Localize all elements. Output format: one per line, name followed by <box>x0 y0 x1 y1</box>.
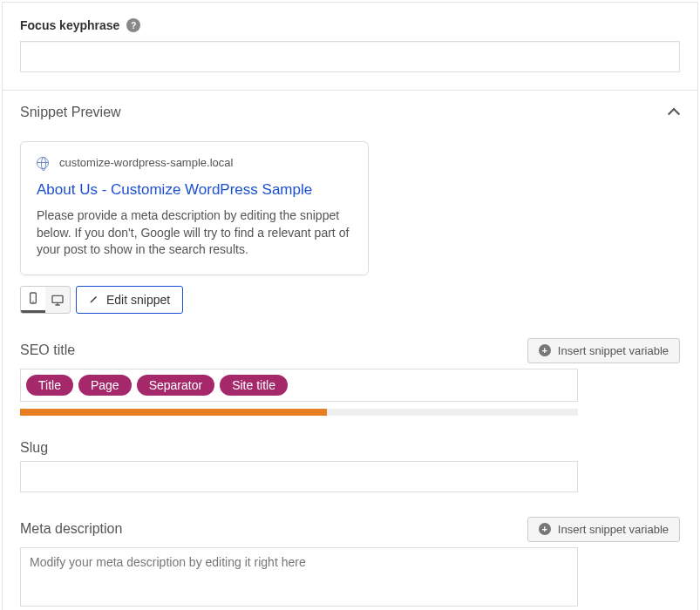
seo-title-progress-fill <box>20 409 327 416</box>
edit-snippet-label: Edit snippet <box>106 293 170 307</box>
seo-title-field: SEO title + Insert snippet variable Titl… <box>20 338 680 416</box>
seo-title-progress <box>20 409 578 416</box>
chevron-up-icon <box>669 107 680 118</box>
mobile-preview-button[interactable] <box>21 287 45 313</box>
meta-description-label: Meta description <box>20 521 122 537</box>
slug-field: Slug <box>20 440 680 492</box>
meta-insert-label: Insert snippet variable <box>558 523 669 536</box>
slug-label: Slug <box>20 440 48 456</box>
plus-circle-icon: + <box>539 523 551 535</box>
phone-icon <box>26 291 40 305</box>
meta-insert-variable-button[interactable]: + Insert snippet variable <box>527 517 680 542</box>
snippet-preview-url: customize-wordpress-sample.local <box>59 156 233 169</box>
seo-title-label: SEO title <box>20 342 75 358</box>
seo-title-pill-sitetitle[interactable]: Site title <box>220 375 288 396</box>
focus-keyphrase-label-text: Focus keyphrase <box>20 18 119 32</box>
plus-circle-icon: + <box>539 344 551 356</box>
seo-title-pill-separator[interactable]: Separator <box>137 375 214 396</box>
snippet-preview-site: customize-wordpress-sample.local <box>37 156 352 169</box>
globe-icon <box>37 157 49 169</box>
device-toggle-group <box>20 286 71 314</box>
snippet-preview-title: Snippet Preview <box>20 105 121 120</box>
svg-point-1 <box>32 302 33 302</box>
seo-title-insert-label: Insert snippet variable <box>558 344 669 357</box>
pencil-icon <box>89 293 99 307</box>
meta-description-field: Meta description + Insert snippet variab… <box>20 517 680 610</box>
snippet-preview-header[interactable]: Snippet Preview <box>20 105 680 120</box>
snippet-preview-description: Please provide a meta description by edi… <box>37 207 352 259</box>
focus-keyphrase-label: Focus keyphrase ? <box>20 18 140 32</box>
seo-title-pill-title[interactable]: Title <box>26 375 73 396</box>
help-icon[interactable]: ? <box>126 18 140 32</box>
meta-description-input[interactable] <box>20 547 578 607</box>
seo-title-input[interactable]: Title Page Separator Site title <box>20 369 578 402</box>
svg-rect-2 <box>52 295 63 302</box>
focus-keyphrase-panel: Focus keyphrase ? <box>2 2 698 91</box>
slug-input[interactable] <box>20 461 578 492</box>
snippet-preview-card: customize-wordpress-sample.local About U… <box>20 141 369 275</box>
desktop-preview-button[interactable] <box>45 287 70 313</box>
snippet-preview-page-title[interactable]: About Us - Customize WordPress Sample <box>37 181 352 199</box>
focus-keyphrase-input[interactable] <box>20 41 680 72</box>
seo-title-insert-variable-button[interactable]: + Insert snippet variable <box>527 338 680 363</box>
desktop-icon <box>51 293 65 307</box>
snippet-preview-panel: Snippet Preview customize-wordpress-samp… <box>2 91 698 610</box>
seo-title-pill-page[interactable]: Page <box>78 375 132 396</box>
edit-snippet-button[interactable]: Edit snippet <box>76 286 183 314</box>
preview-mode-toolbar: Edit snippet <box>20 286 680 314</box>
